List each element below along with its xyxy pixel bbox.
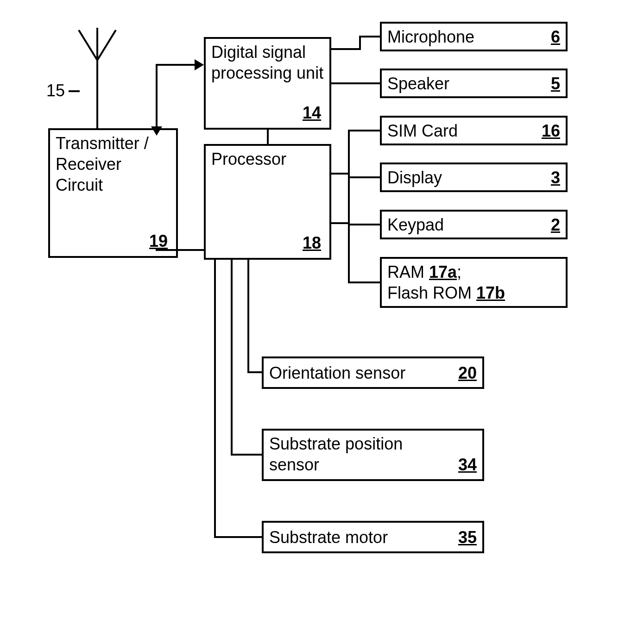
block-diagram: 15 Transmitter / Receiver Circuit 19 Dig… [0, 0, 644, 644]
connector-line [247, 260, 249, 371]
block-ref: 6 [551, 26, 560, 47]
block-label: Microphone [387, 26, 551, 47]
arrowhead-icon [195, 59, 204, 70]
block-ref: 16 [542, 120, 560, 141]
block-ref: 18 [303, 233, 321, 252]
block-label: Orientation sensor [269, 363, 458, 383]
connector-line [331, 173, 350, 175]
connector-line [359, 36, 382, 38]
block-label: Keypad [387, 214, 551, 235]
connector-line [348, 176, 382, 178]
block-keypad: Keypad 2 [380, 210, 568, 239]
block-label: Speaker [387, 73, 551, 94]
connector-line [214, 260, 216, 536]
svg-marker-4 [195, 59, 204, 70]
block-label: Display [387, 167, 551, 188]
block-orientation-sensor: Orientation sensor 20 [262, 356, 484, 389]
connector-line [247, 371, 264, 373]
connector-line [348, 130, 350, 281]
connector-line [214, 536, 264, 538]
block-label: Substrate motor [269, 527, 458, 548]
block-label-line1: Substrate position [269, 433, 477, 454]
connector-line [231, 260, 233, 454]
antenna-ref-label: 15 [46, 80, 65, 101]
svg-marker-3 [151, 126, 162, 136]
block-ref: 3 [551, 167, 560, 188]
connector-line [69, 90, 80, 92]
block-speaker: Speaker 5 [380, 69, 568, 98]
block-label: Processor [211, 149, 324, 169]
antenna-icon [76, 28, 118, 106]
connector-line [156, 64, 197, 66]
block-label: Transmitter / Receiver Circuit [56, 133, 170, 195]
svg-line-1 [79, 30, 97, 60]
connector-line [267, 130, 269, 146]
block-display: Display 3 [380, 163, 568, 192]
svg-line-2 [97, 30, 116, 60]
block-ref: 35 [458, 527, 477, 548]
connector-line [331, 82, 382, 84]
block-ref: 20 [458, 363, 477, 383]
connector-line [348, 130, 382, 131]
block-ref: 34 [458, 454, 477, 475]
block-label: SIM Card [387, 120, 542, 141]
block-ref: 19 [149, 231, 168, 250]
block-memory: RAM 17a; Flash ROM 17b [380, 257, 568, 308]
connector-line [156, 64, 158, 130]
block-substrate-position-sensor: Substrate position sensor 34 [262, 429, 484, 481]
connector-line [331, 48, 359, 50]
connector-line [96, 105, 98, 130]
connector-line [156, 249, 206, 251]
memory-line1: RAM 17a; [387, 262, 560, 282]
memory-line2: Flash ROM 17b [387, 282, 560, 303]
block-microphone: Microphone 6 [380, 22, 568, 51]
connector-line [231, 454, 264, 456]
block-sim-card: SIM Card 16 [380, 116, 568, 145]
block-ref: 14 [303, 103, 321, 122]
block-label: Digital signal processing unit [211, 42, 324, 83]
block-transmitter-receiver: Transmitter / Receiver Circuit 19 [48, 128, 178, 258]
block-processor: Processor 18 [204, 144, 331, 260]
connector-line [348, 281, 382, 283]
arrowhead-icon [151, 126, 162, 136]
block-label-line2: sensor [269, 454, 458, 475]
block-substrate-motor: Substrate motor 35 [262, 521, 484, 553]
connector-line [331, 222, 350, 224]
block-ref: 5 [551, 73, 560, 94]
block-dsp: Digital signal processing unit 14 [204, 37, 331, 130]
connector-line [348, 224, 382, 225]
connector-line [359, 36, 361, 50]
block-ref: 2 [551, 214, 560, 235]
